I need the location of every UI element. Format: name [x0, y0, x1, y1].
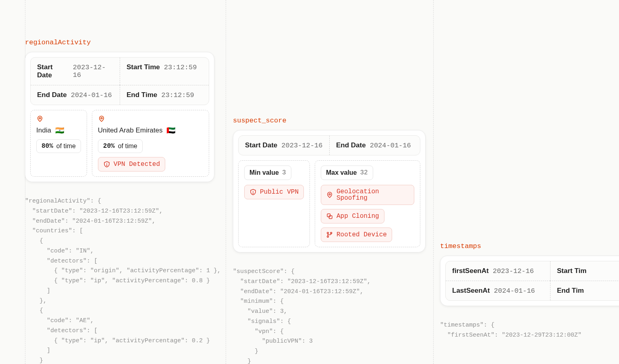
- suspect-score-title: suspect_score: [233, 117, 426, 124]
- end-date-cell: End Date 2024-01-16: [31, 85, 120, 105]
- min-value-box: Min value 3 Public VPN: [238, 160, 310, 247]
- start-date-label: Start Date: [37, 63, 69, 79]
- timestamps-title: timestamps: [440, 242, 619, 250]
- timestamps-json: "timestamps": { "firstSeenAt": "2023-12-…: [440, 321, 619, 341]
- first-seen-cell: firstSeenAt 2023-12-16: [446, 261, 550, 281]
- country-box-india: India 🇮🇳 80% of time: [30, 110, 87, 177]
- end-date-value: 2024-01-16: [71, 91, 112, 99]
- shield-alert-icon: [103, 161, 110, 168]
- country-box-uae: United Arab Emirates 🇦🇪 20% of time VPN …: [92, 110, 209, 177]
- start-date-value: 2023-12-16: [281, 142, 322, 149]
- signal-icon: [249, 188, 257, 196]
- signal-chip: App Cloning: [321, 209, 384, 223]
- signal-icon: [326, 191, 333, 199]
- first-seen-date: 2023-12-16: [493, 267, 534, 275]
- start-time-value: 23:12:59: [164, 64, 197, 71]
- regional-activity-title: regionalActivity: [25, 39, 214, 46]
- signal-chip: Geolocation Spoofing: [321, 185, 414, 205]
- end-time-cell: End Time 23:12:59: [120, 85, 209, 105]
- svg-point-7: [327, 232, 329, 234]
- last-seen-label: LastSeenAt: [452, 287, 490, 295]
- countries-row: India 🇮🇳 80% of time United Arab Emirate…: [30, 110, 209, 177]
- last-time-cell: End Tim: [550, 281, 619, 300]
- first-time-label: Start Tim: [557, 267, 586, 275]
- location-pin-icon: [36, 115, 44, 122]
- flag-india-icon: 🇮🇳: [55, 127, 64, 134]
- timestamps-card: firstSeenAt 2023-12-16 Start Tim LastSee…: [440, 256, 619, 306]
- max-value-pill: Max value 32: [321, 165, 373, 180]
- start-date-value: 2023-12-16: [73, 64, 113, 79]
- date-range-grid: Start Date 2023-12-16 Start Time 23:12:5…: [30, 57, 209, 105]
- svg-point-4: [329, 194, 330, 195]
- first-seen-label: firstSeenAt: [452, 267, 489, 275]
- svg-point-3: [253, 193, 253, 193]
- location-pin-icon: [98, 115, 105, 122]
- last-seen-date: 2024-01-16: [494, 287, 535, 295]
- suspect-score-block: suspect_score Start Date 2023-12-16 End …: [233, 117, 426, 364]
- timestamps-block: timestamps firstSeenAt 2023-12-16 Start …: [440, 242, 619, 341]
- regional-activity-json: "regionalActivity": { "startDate": "2023…: [25, 196, 214, 364]
- country-name: India: [36, 126, 51, 134]
- end-date-cell: End Date 2024-01-16: [329, 136, 420, 155]
- end-time-value: 23:12:59: [161, 91, 194, 99]
- regional-activity-block: regionalActivity Start Date 2023-12-16 S…: [25, 39, 214, 364]
- end-date-value: 2024-01-16: [370, 142, 411, 149]
- signal-icon: [326, 231, 333, 238]
- start-date-cell: Start Date 2023-12-16: [239, 136, 329, 155]
- start-time-cell: Start Time 23:12:59: [120, 58, 209, 85]
- start-date-label: Start Date: [245, 141, 277, 149]
- max-value-box: Max value 32 Geolocation SpoofingApp Clo…: [315, 160, 420, 247]
- last-seen-cell: LastSeenAt 2024-01-16: [446, 281, 550, 300]
- svg-point-0: [39, 118, 41, 119]
- last-time-label: End Tim: [557, 287, 584, 295]
- svg-point-8: [327, 236, 329, 238]
- country-name: United Arab Emirates: [98, 126, 163, 134]
- signal-chip: Public VPN: [244, 185, 304, 199]
- signal-chip: Rooted Device: [321, 228, 392, 242]
- svg-point-2: [106, 165, 107, 165]
- start-time-label: Start Time: [127, 63, 160, 71]
- svg-point-1: [101, 118, 102, 119]
- first-time-cell: Start Tim: [550, 261, 619, 281]
- signal-icon: [326, 213, 333, 220]
- time-percentage-chip: 80% of time: [36, 139, 81, 153]
- end-time-label: End Time: [127, 91, 157, 99]
- timestamps-grid: firstSeenAt 2023-12-16 Start Tim LastSee…: [445, 261, 619, 301]
- min-max-row: Min value 3 Public VPN Max value 32 Geol…: [238, 160, 420, 247]
- flag-uae-icon: 🇦🇪: [166, 127, 175, 134]
- vpn-detected-chip: VPN Detected: [98, 157, 165, 172]
- suspect-score-card: Start Date 2023-12-16 End Date 2024-01-1…: [233, 130, 426, 252]
- end-date-label: End Date: [37, 91, 67, 99]
- suspect-score-json: "suspectScore": { "startDate": "2023-12-…: [233, 267, 426, 364]
- end-date-label: End Date: [336, 141, 366, 149]
- date-range-grid: Start Date 2023-12-16 End Date 2024-01-1…: [238, 135, 420, 155]
- regional-activity-card: Start Date 2023-12-16 Start Time 23:12:5…: [25, 52, 214, 182]
- time-percentage-chip: 20% of time: [98, 139, 143, 153]
- start-date-cell: Start Date 2023-12-16: [31, 58, 120, 85]
- min-value-pill: Min value 3: [244, 165, 291, 180]
